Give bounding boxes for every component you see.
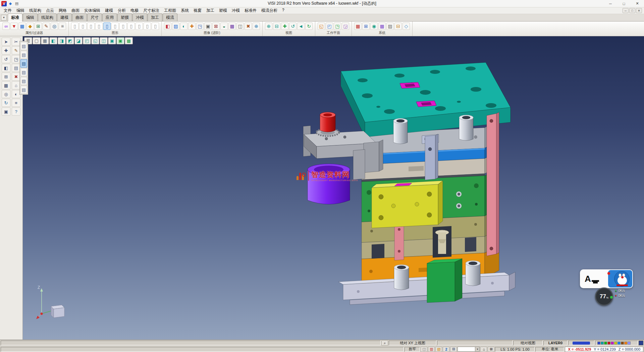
- texture-icon[interactable]: ▨: [172, 23, 179, 30]
- shaded-cube-icon[interactable]: ▣: [108, 37, 116, 44]
- insert-image-icon[interactable]: ⊕: [253, 23, 260, 30]
- render-cube-icon[interactable]: ▣: [116, 37, 124, 44]
- move-cross-icon[interactable]: ✚: [2, 46, 10, 54]
- side-view-cube-icon[interactable]: ◫: [100, 37, 108, 44]
- quick-save-icon[interactable]: ▤: [14, 1, 19, 6]
- attribute-brush-icon[interactable]: ✎: [43, 23, 50, 30]
- layer-swatch-7[interactable]: [621, 342, 624, 345]
- element-filter-icon[interactable]: ⊞: [35, 23, 42, 30]
- add-image-icon[interactable]: ✚: [188, 23, 196, 30]
- system-grid-icon[interactable]: ⊞: [362, 23, 370, 30]
- close-button[interactable]: ✕: [631, 0, 644, 7]
- maximize-button[interactable]: □: [617, 0, 631, 7]
- iso-view-3-icon[interactable]: ◩: [66, 37, 74, 44]
- system-colors-icon[interactable]: ▦: [354, 23, 362, 30]
- layer-swatch-4[interactable]: [611, 342, 614, 345]
- sheet-section-icon[interactable]: ▯: [111, 23, 119, 30]
- half-sphere-icon[interactable]: ◐: [180, 23, 187, 30]
- sheet-new-icon[interactable]: ▯: [71, 23, 78, 30]
- wireframe-mode-icon[interactable]: ▢: [33, 37, 41, 44]
- chain-filter-icon[interactable]: ∞: [2, 23, 10, 30]
- view-mode-indicator[interactable]: 绝对 XY 上视图: [389, 341, 436, 345]
- clipboard-slot-5[interactable]: ▤: [20, 86, 27, 94]
- menu-item-15[interactable]: 塑模: [217, 7, 229, 14]
- tab-2[interactable]: 线架构: [38, 13, 57, 21]
- zoom-in-icon[interactable]: ⊕: [265, 23, 272, 30]
- lock-toggle[interactable]: 拴牢: [405, 347, 420, 352]
- system-calc-icon[interactable]: ⊟: [394, 23, 402, 30]
- flag-red-icon[interactable]: ◧: [164, 23, 171, 30]
- sphere-map-icon[interactable]: ◒: [220, 23, 228, 30]
- save-disk-icon[interactable]: ▣: [2, 107, 10, 116]
- delete-image-icon[interactable]: ⊠: [212, 23, 220, 30]
- layers-stack-icon[interactable]: ▩: [2, 81, 10, 89]
- status-grid-icon[interactable]: ⊞: [450, 347, 457, 352]
- clear-image-icon[interactable]: ✖: [245, 23, 252, 30]
- tab-9[interactable]: 加工: [148, 13, 162, 21]
- sheet-dynamic-icon[interactable]: ▯: [103, 23, 111, 30]
- dynamic-view-icon[interactable]: ▩: [125, 37, 133, 44]
- frame-icon[interactable]: ▣: [204, 23, 212, 30]
- filter-settings-icon[interactable]: ≡: [59, 23, 66, 30]
- menu-item-13[interactable]: 视窗: [191, 7, 204, 14]
- system-perspective-icon[interactable]: ◇: [402, 23, 410, 30]
- menu-item-12[interactable]: 系统: [178, 7, 191, 14]
- widget-card[interactable]: A: [580, 269, 633, 288]
- tab-0[interactable]: 标准: [8, 13, 22, 21]
- previous-view-icon[interactable]: ◄: [297, 23, 305, 30]
- sheet-multi-icon[interactable]: ▯: [119, 23, 127, 30]
- pattern-icon[interactable]: ▩: [228, 23, 236, 30]
- mirror-shape-icon[interactable]: ◧: [2, 64, 10, 72]
- workplane-align-icon[interactable]: ◳: [334, 23, 341, 30]
- system-pixels-icon[interactable]: ▨: [386, 23, 394, 30]
- sheet-render-icon[interactable]: ▯: [152, 23, 159, 30]
- top-view-cube-icon[interactable]: ◰: [83, 37, 91, 44]
- download-widget[interactable]: A 77 % ▲ 0K/s ▼ 0K/s: [576, 268, 644, 315]
- menu-item-19[interactable]: ?: [280, 7, 287, 14]
- select-arrow-icon[interactable]: ➤: [2, 38, 10, 46]
- grid-button[interactable]: ⊞: [488, 347, 494, 352]
- tab-10[interactable]: 模流: [163, 13, 177, 21]
- workplane-free-icon[interactable]: ◲: [342, 23, 349, 30]
- snap-combo[interactable]: ▼: [458, 347, 480, 352]
- layer-swatch-6[interactable]: [618, 342, 621, 345]
- sheet-wireframe-icon[interactable]: ▯: [79, 23, 87, 30]
- sheet-bounding-icon[interactable]: ▯: [144, 23, 151, 30]
- workplane-new-icon[interactable]: ◰: [326, 23, 333, 30]
- rotate-ccw-icon[interactable]: ↺: [2, 55, 10, 63]
- tab-overflow-button[interactable]: ▼: [1, 15, 7, 20]
- sheet-shaded-icon[interactable]: ▯: [87, 23, 95, 30]
- menu-item-14[interactable]: 加工: [204, 7, 217, 14]
- rotate-view-icon[interactable]: ↺: [289, 23, 297, 30]
- clipboard-slot-4[interactable]: ▤: [20, 77, 27, 85]
- tab-7[interactable]: 塑膜: [117, 13, 132, 21]
- tab-8[interactable]: 冲模: [132, 13, 147, 21]
- redo-arrow-icon[interactable]: ↻: [2, 99, 10, 107]
- layer-swatch-5[interactable]: [614, 342, 617, 345]
- tab-4[interactable]: 曲面: [72, 13, 87, 21]
- front-view-cube-icon[interactable]: ◱: [91, 37, 99, 44]
- layer-swatch-0[interactable]: [597, 342, 600, 345]
- minimize-button[interactable]: ─: [604, 0, 617, 7]
- corner-color-swatch[interactable]: [639, 341, 643, 345]
- iso-view-4-icon[interactable]: ◪: [74, 37, 83, 44]
- array-grid-icon[interactable]: ⊞: [2, 73, 10, 81]
- tab-5[interactable]: 尺寸: [87, 13, 102, 21]
- progress-circle[interactable]: 77 %: [595, 288, 613, 306]
- layer-swatch-9[interactable]: [628, 342, 631, 345]
- capture-window-icon[interactable]: ◳: [196, 23, 204, 30]
- status-help2-icon[interactable]: 2: [443, 347, 449, 352]
- quick-diamond-icon[interactable]: ◆: [8, 1, 13, 6]
- sheet-ghost-icon[interactable]: ▯: [127, 23, 135, 30]
- clipboard-slot-0[interactable]: ▤: [20, 42, 27, 50]
- layer-swatch-3[interactable]: [607, 342, 610, 345]
- zoom-circle-icon[interactable]: ◎: [2, 90, 10, 98]
- help-mark-icon[interactable]: ?: [12, 107, 20, 116]
- mdi-minimize-button[interactable]: ─: [623, 8, 629, 13]
- pan-view-icon[interactable]: ✚: [281, 23, 288, 30]
- clipboard-slot-3[interactable]: ▤: [20, 68, 27, 76]
- magnet-select-icon[interactable]: ◎: [51, 23, 58, 30]
- status-bulb-icon[interactable]: ▧: [435, 347, 442, 352]
- mdi-close-button[interactable]: ✕: [636, 8, 642, 13]
- zoom-window-icon[interactable]: ⊟: [273, 23, 280, 30]
